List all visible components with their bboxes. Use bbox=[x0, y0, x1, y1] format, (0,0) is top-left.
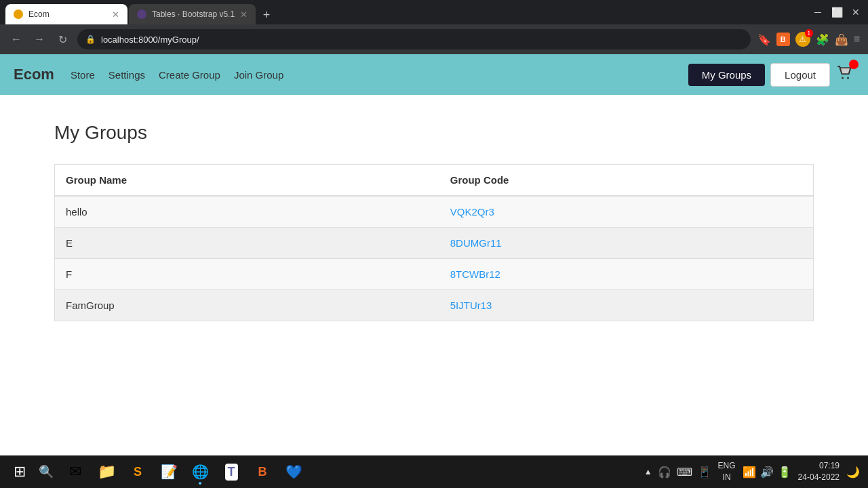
new-tab-button[interactable]: + bbox=[257, 5, 276, 24]
table-row: E 8DUMGr11 bbox=[55, 228, 814, 259]
browser-tab-ecom[interactable]: Ecom ✕ bbox=[5, 4, 127, 24]
group-code-link[interactable]: 5IJTUr13 bbox=[450, 300, 492, 311]
tab1-close[interactable]: ✕ bbox=[112, 9, 119, 20]
notification-icon[interactable]: ⚠ 1 bbox=[795, 32, 810, 47]
col-group-name: Group Name bbox=[55, 165, 439, 197]
tab1-favicon bbox=[14, 9, 23, 19]
group-name-cell: hello bbox=[55, 196, 439, 228]
browser-tab-bootstrap[interactable]: Tables · Bootstrap v5.1 ✕ bbox=[129, 4, 256, 24]
notification-count: 1 bbox=[805, 29, 813, 37]
close-button[interactable]: ✕ bbox=[849, 5, 863, 19]
group-name-cell: FamGroup bbox=[55, 290, 439, 321]
page-title: My Groups bbox=[54, 122, 814, 144]
brand-link[interactable]: Ecom bbox=[14, 66, 54, 83]
browser-addressbar: ← → ↻ 🔒 localhost:8000/myGroup/ 🔖 B ⚠ 1 … bbox=[0, 24, 868, 54]
group-code-link[interactable]: 8DUMGr11 bbox=[450, 237, 502, 249]
tab1-title: Ecom bbox=[28, 9, 50, 19]
minimize-button[interactable]: ─ bbox=[811, 5, 825, 19]
lock-icon: 🔒 bbox=[85, 35, 96, 44]
svg-point-0 bbox=[842, 77, 844, 79]
titlebar-controls: ─ ⬜ ✕ bbox=[811, 5, 863, 19]
group-code-link[interactable]: VQK2Qr3 bbox=[450, 206, 494, 218]
cart-badge bbox=[849, 60, 859, 69]
group-code-cell: 8TCWBr12 bbox=[439, 259, 814, 290]
main-content: My Groups Group Name Group Code hello VQ… bbox=[0, 95, 868, 348]
logout-button[interactable]: Logout bbox=[770, 63, 830, 87]
brave-shield-icon[interactable]: B bbox=[776, 33, 790, 46]
nav-join-group[interactable]: Join Group bbox=[234, 69, 283, 81]
browser-titlebar: Ecom ✕ Tables · Bootstrap v5.1 ✕ + ─ ⬜ ✕ bbox=[0, 0, 868, 24]
my-groups-button[interactable]: My Groups bbox=[688, 64, 765, 86]
tab2-favicon bbox=[137, 9, 146, 19]
reload-button[interactable]: ↻ bbox=[54, 31, 71, 47]
back-button[interactable]: ← bbox=[8, 31, 24, 47]
maximize-button[interactable]: ⬜ bbox=[830, 5, 844, 19]
group-code-cell: 5IJTUr13 bbox=[439, 290, 814, 321]
tab2-title: Tables · Bootstrap v5.1 bbox=[152, 9, 235, 19]
group-code-link[interactable]: 8TCWBr12 bbox=[450, 268, 500, 280]
col-group-code: Group Code bbox=[439, 165, 814, 197]
forward-button[interactable]: → bbox=[31, 31, 47, 47]
tab2-close[interactable]: ✕ bbox=[240, 9, 248, 20]
groups-table: Group Name Group Code hello VQK2Qr3 E 8D… bbox=[54, 164, 814, 321]
table-row: hello VQK2Qr3 bbox=[55, 196, 814, 228]
table-row: F 8TCWBr12 bbox=[55, 259, 814, 290]
table-row: FamGroup 5IJTUr13 bbox=[55, 290, 814, 321]
cart-icon[interactable] bbox=[835, 64, 854, 85]
table-header: Group Name Group Code bbox=[55, 165, 814, 197]
wallet-icon[interactable]: 👜 bbox=[835, 33, 848, 46]
navbar-right: My Groups Logout bbox=[688, 63, 854, 87]
extensions-icon[interactable]: 🧩 bbox=[816, 33, 829, 46]
address-bar[interactable]: 🔒 localhost:8000/myGroup/ bbox=[77, 29, 751, 49]
menu-icon[interactable]: ≡ bbox=[854, 33, 860, 45]
group-name-cell: F bbox=[55, 259, 439, 290]
table-body: hello VQK2Qr3 E 8DUMGr11 F 8TCWBr12 FamG… bbox=[55, 196, 814, 321]
svg-point-1 bbox=[847, 77, 849, 79]
group-code-cell: 8DUMGr11 bbox=[439, 228, 814, 259]
nav-links: Store Settings Create Group Join Group bbox=[71, 69, 283, 81]
nav-settings[interactable]: Settings bbox=[108, 69, 145, 81]
nav-create-group[interactable]: Create Group bbox=[159, 69, 220, 81]
url-text: localhost:8000/myGroup/ bbox=[101, 35, 199, 45]
browser-tabs: Ecom ✕ Tables · Bootstrap v5.1 ✕ + bbox=[5, 0, 276, 24]
bookmark-icon[interactable]: 🔖 bbox=[757, 33, 771, 46]
app-navbar: Ecom Store Settings Create Group Join Gr… bbox=[0, 54, 868, 95]
nav-store[interactable]: Store bbox=[71, 69, 95, 81]
group-name-cell: E bbox=[55, 228, 439, 259]
group-code-cell: VQK2Qr3 bbox=[439, 196, 814, 228]
addressbar-actions: 🔖 B ⚠ 1 🧩 👜 ≡ bbox=[757, 32, 860, 47]
